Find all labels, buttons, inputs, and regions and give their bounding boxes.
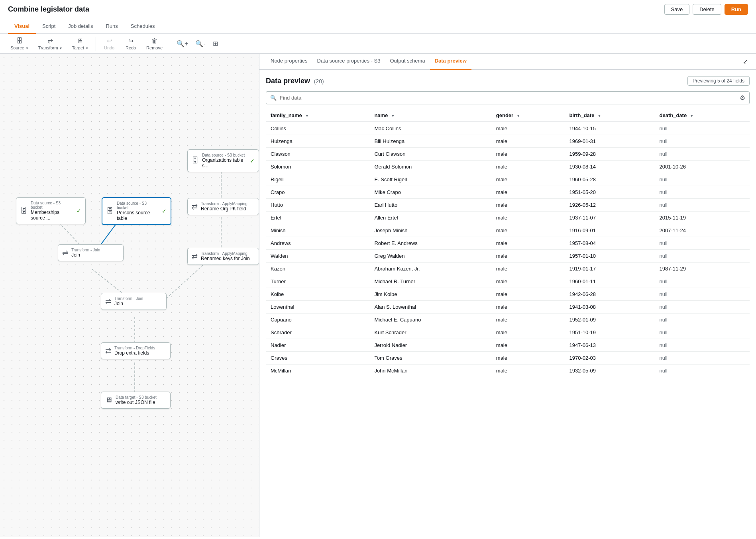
toolbar-separator-1	[96, 37, 96, 51]
data-table: family_name ▼ name ▼ gender ▼ birth_date…	[266, 109, 750, 377]
panel-tab-node-properties[interactable]: Node properties	[266, 54, 312, 70]
col-header-death-date[interactable]: death_date ▼	[654, 109, 750, 122]
table-cell-gender: male	[491, 212, 565, 224]
table-cell-name: Bill Huizenga	[369, 135, 491, 148]
panel-tab-data-preview[interactable]: Data preview	[430, 54, 471, 70]
col-header-name[interactable]: name ▼	[369, 109, 491, 122]
table-cell-name: Jim Kolbe	[369, 288, 491, 301]
table-cell-family_name: Lowenthal	[266, 301, 369, 314]
tab-visual[interactable]: Visual	[8, 19, 36, 34]
panel-tab-output-schema[interactable]: Output schema	[385, 54, 430, 70]
save-button[interactable]: Save	[664, 4, 690, 15]
table-cell-name: Curt Clawson	[369, 148, 491, 161]
table-cell-name: Jerrold Nadler	[369, 339, 491, 352]
table-cell-name: Alan S. Lowenthal	[369, 301, 491, 314]
table-cell-family_name: Minish	[266, 224, 369, 237]
node-organizations[interactable]: 🗄 Data source - S3 bucket Organizations …	[187, 149, 259, 172]
table-cell-death_date: null	[654, 237, 750, 250]
table-cell-family_name: Ertel	[266, 212, 369, 224]
col-header-family-name[interactable]: family_name ▼	[266, 109, 369, 122]
zoom-fit-button[interactable]: ⊞	[210, 37, 221, 50]
table-cell-death_date: null	[654, 199, 750, 212]
table-cell-death_date: null	[654, 352, 750, 365]
node-join1[interactable]: ⇌ Transform - Join Join	[58, 244, 124, 261]
delete-button[interactable]: Delete	[693, 4, 721, 15]
panel-tab-datasource-properties[interactable]: Data source properties - S3	[312, 54, 385, 70]
settings-icon[interactable]: ⚙	[740, 94, 745, 102]
table-cell-death_date: null	[654, 314, 750, 326]
table-cell-gender: male	[491, 161, 565, 173]
table-cell-death_date: null	[654, 148, 750, 161]
search-input[interactable]	[280, 95, 736, 101]
table-row: HuizengaBill Huizengamale1969-01-31null	[266, 135, 750, 148]
toolbar-transform[interactable]: ⇄ Transform ▼	[34, 35, 67, 52]
node-memberships-type: Data source - S3 bucket	[31, 201, 73, 210]
table-cell-death_date: null	[654, 122, 750, 135]
node-memberships[interactable]: 🗄 Data source - S3 bucket Memberships so…	[16, 197, 86, 224]
node-drop-fields[interactable]: ⇄ Transform - DropFields Drop extra fiel…	[101, 342, 171, 359]
table-cell-birth_date: 1957-08-04	[565, 237, 655, 250]
node-join1-type: Transform - Join	[71, 248, 119, 252]
node-rename-org[interactable]: ⇄ Transform - ApplyMapping Rename Org PK…	[187, 198, 259, 215]
table-cell-birth_date: 1951-05-20	[565, 186, 655, 199]
toolbar-redo[interactable]: ↪ Redo	[121, 35, 141, 52]
table-cell-death_date: null	[654, 326, 750, 339]
search-bar: 🔍 ⚙	[266, 91, 750, 104]
zoom-in-button[interactable]: 🔍+	[173, 37, 191, 50]
transform-icon: ⇄	[48, 37, 53, 45]
table-cell-death_date: null	[654, 135, 750, 148]
pipeline-canvas[interactable]: 🗄 Data source - S3 bucket Memberships so…	[0, 54, 259, 537]
table-cell-birth_date: 1960-05-28	[565, 173, 655, 186]
toolbar-source[interactable]: 🗄 Source ▼	[6, 36, 33, 52]
table-cell-birth_date: 1926-05-12	[565, 199, 655, 212]
table-cell-family_name: Andrews	[266, 237, 369, 250]
table-row: NadlerJerrold Nadlermale1947-06-13null	[266, 339, 750, 352]
table-row: ClawsonCurt Clawsonmale1959-09-28null	[266, 148, 750, 161]
tab-job-details[interactable]: Job details	[62, 19, 99, 34]
node-join2-type: Transform - Join	[114, 296, 162, 301]
search-icon: 🔍	[270, 95, 277, 101]
table-cell-death_date: 2001-10-26	[654, 161, 750, 173]
toolbar-redo-label: Redo	[126, 45, 136, 50]
toolbar-undo[interactable]: ↩ Undo	[99, 35, 119, 52]
node-drop-fields-icon: ⇄	[105, 347, 111, 355]
table-row: CapuanoMichael E. Capuanomale1952-01-09n…	[266, 314, 750, 326]
table-cell-name: Greg Walden	[369, 250, 491, 263]
table-cell-family_name: Kazen	[266, 263, 369, 275]
table-cell-family_name: Rigell	[266, 173, 369, 186]
table-cell-birth_date: 1952-01-09	[565, 314, 655, 326]
preview-count: (20)	[314, 78, 324, 84]
tab-schedules[interactable]: Schedules	[124, 19, 161, 34]
node-rename-org-type: Transform - ApplyMapping	[201, 202, 255, 206]
table-cell-gender: male	[491, 148, 565, 161]
table-row: CrapoMike Crapomale1951-05-20null	[266, 186, 750, 199]
table-cell-family_name: Huizenga	[266, 135, 369, 148]
toolbar-remove[interactable]: 🗑 Remove	[142, 36, 167, 52]
node-drop-fields-name: Drop extra fields	[114, 350, 166, 356]
table-cell-name: Earl Hutto	[369, 199, 491, 212]
table-cell-name: Mike Crapo	[369, 186, 491, 199]
node-target[interactable]: 🖥 Data target - S3 bucket write out JSON…	[101, 392, 171, 409]
tab-script[interactable]: Script	[36, 19, 62, 34]
node-join2[interactable]: ⇌ Transform - Join Join	[101, 293, 167, 310]
node-rename-keys[interactable]: ⇄ Transform - ApplyMapping Renamed keys …	[187, 248, 259, 265]
tab-runs[interactable]: Runs	[99, 19, 124, 34]
run-button[interactable]: Run	[725, 4, 748, 15]
table-cell-death_date: null	[654, 339, 750, 352]
table-cell-name: E. Scott Rigell	[369, 173, 491, 186]
main-tabs: Visual Script Job details Runs Schedules	[0, 19, 756, 34]
table-cell-gender: male	[491, 365, 565, 377]
toolbar-target[interactable]: 🖥 Target ▼	[68, 36, 93, 52]
table-cell-family_name: Collins	[266, 122, 369, 135]
page-title: Combine legislator data	[8, 5, 89, 14]
table-cell-family_name: Turner	[266, 275, 369, 288]
panel-expand-button[interactable]: ⤢	[741, 54, 750, 69]
table-cell-birth_date: 1930-08-14	[565, 161, 655, 173]
node-persons-check: ✓	[162, 208, 167, 214]
col-header-gender[interactable]: gender ▼	[491, 109, 565, 122]
node-organizations-icon: 🗄	[192, 157, 199, 165]
col-header-birth-date[interactable]: birth_date ▼	[565, 109, 655, 122]
zoom-out-button[interactable]: 🔍-	[192, 37, 208, 50]
node-memberships-icon: 🗄	[20, 207, 27, 215]
node-persons[interactable]: 🗄 Data source - S3 bucket Persons source…	[102, 197, 171, 225]
